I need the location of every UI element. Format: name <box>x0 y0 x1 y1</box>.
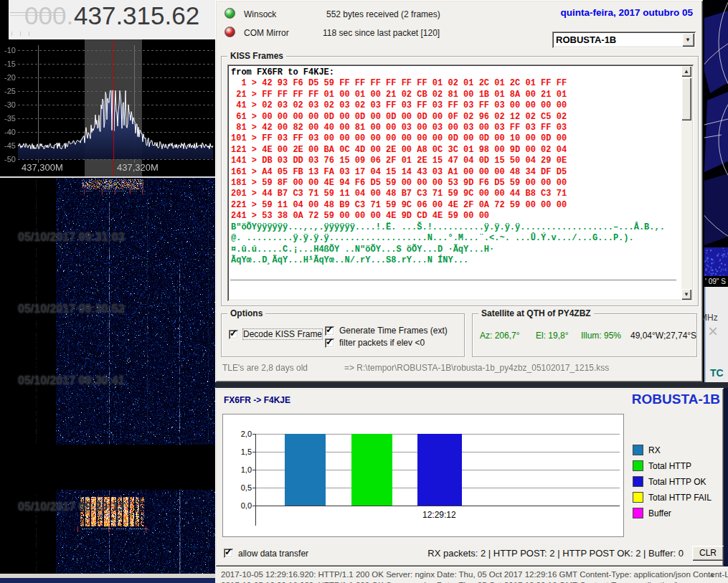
tle-status: TLE's are 2,8 days old <box>222 363 308 373</box>
hex-line: 161 > A4 05 FB 13 FA 03 17 04 15 14 43 0… <box>231 167 677 178</box>
http-transfer-panel: FX6FR -> F4KJE ROBUSTA-1B 2,0 1,5 1,0 0,… <box>215 388 724 567</box>
allow-transfer-label[interactable]: allow data transfer <box>238 549 308 559</box>
decoded-line: @. .........ÿ.ÿ.ÿ.ÿ...................N.… <box>231 233 677 244</box>
utc-label-fragment: TC <box>710 367 724 379</box>
radar-display <box>704 0 728 276</box>
vertical-scrollbar[interactable]: ▲ ▼ <box>681 66 692 300</box>
meter-tick <box>11 32 12 36</box>
legend-swatch-buffer <box>633 508 643 518</box>
text-separator-line <box>230 280 676 280</box>
spectrum-y-tick: -35 <box>0 114 16 123</box>
screen: 000. 437.315.62 -10 -15 -20 -25 -30 -35 … <box>0 0 728 583</box>
hex-line: 101 > FF 03 FF 03 00 00 00 00 00 00 00 0… <box>231 133 677 144</box>
meter-tick <box>20 32 21 36</box>
meter-tick <box>29 32 29 36</box>
satellite-combobox[interactable]: ROBUSTA-1B ▼ <box>552 32 696 48</box>
last-packet-status: 118 sec since last packet [120] <box>323 28 440 38</box>
hex-line: 141 > DB 03 DD 03 76 15 09 06 2F 01 2E 1… <box>231 156 677 166</box>
spectrum-y-tick: -50 <box>0 155 16 163</box>
combobox-dropdown-button[interactable]: ▼ <box>682 33 694 47</box>
hex-line: 241 > 53 38 0A 72 59 00 00 00 4E 9D CD 4… <box>231 211 677 222</box>
coordinate-bar: ' 09" S <box>704 276 728 287</box>
frequency-display[interactable]: 000. 437.315.62 <box>0 0 215 39</box>
spectrum-y-tick: -15 <box>0 60 16 68</box>
chevron-down-icon: ▼ <box>685 37 691 43</box>
spectrum-y-tick: -10 <box>0 46 16 54</box>
legend-swatch-total-http-ok <box>633 476 643 487</box>
filter-elev-checkbox[interactable] <box>325 338 334 348</box>
scroll-up-button[interactable]: ▲ <box>681 66 691 77</box>
chart-y-tick: 0,0 <box>233 501 252 510</box>
hex-line: 181 > 59 8F 00 00 4E 94 F6 D5 59 00 00 0… <box>231 178 677 189</box>
chart-y-tick: 1,5 <box>233 447 252 456</box>
elevation-value: El: 19,8° <box>536 331 569 341</box>
background-panel-fragment: MHz × TC <box>704 287 728 388</box>
spectrum-y-tick: -30 <box>0 100 16 109</box>
transfer-stats: RX packets: 2 | HTTP POST: 2 | HTTP POST… <box>427 548 684 559</box>
clr-button[interactable]: CLR <box>692 546 724 561</box>
spectrum-y-tick: -45 <box>0 141 16 150</box>
time-frames-checkbox[interactable] <box>325 326 334 336</box>
legend-label-total-http: Total HTTP <box>648 461 691 471</box>
chart-y-tick: 2,0 <box>233 430 252 438</box>
sdr-panel: 000. 437.315.62 -10 -15 -20 -25 -30 -35 … <box>0 0 215 583</box>
chart-bar-rx <box>285 434 326 506</box>
panel-title: ROBUSTA-1B <box>632 392 720 407</box>
chart-y-tick: 1,0 <box>233 465 252 474</box>
chart-legend: RX Total HTTP Total HTTP OK Total HTTP F… <box>633 442 722 528</box>
status-bar: 2017-10-05 12:29:16.920: HTTP/1.1 200 OK… <box>215 567 728 583</box>
time-frames-label[interactable]: Generate Time Frames (ext) <box>339 326 448 336</box>
background-window-sliver <box>724 388 728 567</box>
chart-x-tick: 12:29:12 <box>422 510 456 520</box>
spectrum-y-tick: -25 <box>0 87 16 95</box>
legend-label-total-http-ok: Total HTTP OK <box>648 477 706 487</box>
kiss-frames-group: KISS Frames from FX6FR to F4KJE: 1 > 42 … <box>221 56 699 306</box>
spectrum-y-tick: -40 <box>0 128 16 136</box>
decode-kiss-checkbox[interactable] <box>229 330 238 339</box>
hex-dump-header: from FX6FR to F4KJE: <box>231 67 677 78</box>
allow-transfer-checkbox[interactable] <box>224 549 233 558</box>
chart-y-tick: 0,5 <box>233 483 252 492</box>
legend-swatch-total-http <box>633 460 643 471</box>
chart-bar-total-http-ok <box>417 434 462 506</box>
options-group: Options Decode KISS Frame Generate Time … <box>221 313 465 357</box>
window-gap-strip <box>215 382 728 388</box>
spectrum-display[interactable] <box>0 39 215 178</box>
hex-line: 121 > 4E 00 2E 00 BA 0C 4D 00 2E 00 A8 0… <box>231 145 677 156</box>
legend-label-total-http-fail: Total HTTP FAIL <box>648 493 712 503</box>
waterfall-timestamp: 05/10/2017 09:31:03 <box>18 231 125 244</box>
status-log-line: 2017-10-05 12:29:16.920: HTTP/1.1 200 OK… <box>221 570 728 579</box>
position-value: 49,04°W;27,74°S <box>630 331 696 341</box>
waterfall-timestamp: 05/10/2017 09:29:13 <box>18 501 125 513</box>
date-display: quinta-feira, 2017 outubro 05 <box>560 7 693 18</box>
illumination-value: Illum: 95% <box>581 331 621 341</box>
scroll-up-icon[interactable]: ▲ <box>709 571 715 578</box>
options-group-label: Options <box>227 308 265 318</box>
com-mirror-led-icon <box>224 27 235 37</box>
legend-label-rx: RX <box>648 445 661 455</box>
waterfall-timestamp: 05/10/2017 09:30:52 <box>18 303 125 316</box>
spectrum-x-tick: 437,300M <box>22 162 63 173</box>
hex-line: 201 > 44 B7 C3 71 59 11 04 00 48 B7 C3 7… <box>231 189 677 199</box>
taskbar-strip-navy <box>0 578 215 583</box>
scroll-up-icon: ▲ <box>684 68 689 75</box>
combobox-value: ROBUSTA-1B <box>556 34 616 45</box>
scroll-down-button[interactable]: ▼ <box>681 289 691 300</box>
frequency-dim-digits[interactable]: 000. <box>24 1 73 30</box>
clr-button-label: CLR <box>692 548 724 558</box>
decode-kiss-label[interactable]: Decode KISS Frame <box>243 329 322 339</box>
kss-file-path: => R:\tempor\ROBUSTA-1B\robusta-1b_py4zb… <box>344 363 609 373</box>
waterfall-timestamp: 05/10/2017 09:30:41 <box>18 374 125 387</box>
scrollbar-thumb[interactable] <box>681 77 691 120</box>
coordinate-fragment: ' 09" S <box>705 278 726 285</box>
kiss-frames-group-label: KISS Frames <box>227 51 286 61</box>
filter-elev-label[interactable]: filter packets if elev <0 <box>339 338 425 348</box>
chart: 2,0 1,5 1,0 0,5 0,0 12:29:12 <box>222 414 624 537</box>
kiss-frames-textarea[interactable]: from FX6FR to F4KJE: 1 > 42 93 F6 D5 59 … <box>227 65 694 301</box>
hex-line: 61 > 00 00 00 00 0D 00 0D 00 0D 00 0D 00… <box>231 112 677 123</box>
chart-plot-area <box>256 434 620 506</box>
close-icon[interactable]: × <box>708 321 718 341</box>
frequency-digits[interactable]: 437.315.62 <box>74 1 199 30</box>
hex-line: 81 > 42 00 82 00 40 00 81 00 00 03 00 03… <box>231 123 677 133</box>
spectrum-x-tick: 437,320M <box>117 162 159 173</box>
